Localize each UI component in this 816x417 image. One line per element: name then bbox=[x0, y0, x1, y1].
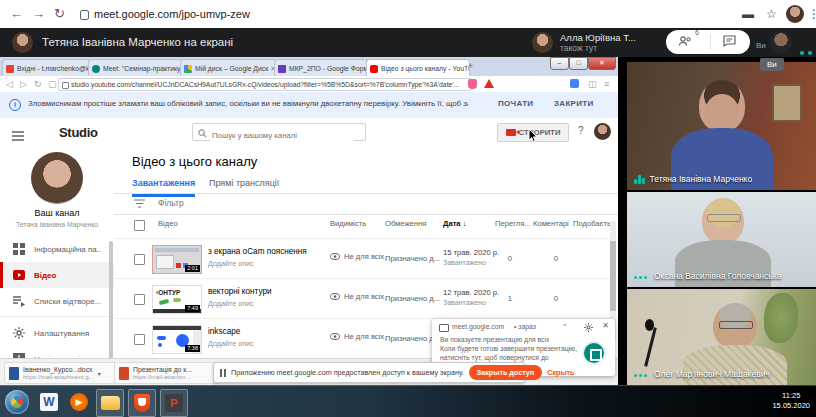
divider bbox=[710, 34, 711, 50]
sidebar-item-settings[interactable]: Налаштування bbox=[0, 320, 114, 346]
audio-indicator-icon bbox=[634, 175, 645, 184]
video-thumbnail[interactable]: 2:01 bbox=[152, 245, 202, 274]
hide-share-bar-button[interactable]: Скрыть bbox=[547, 368, 574, 377]
reload-icon[interactable]: ↻ bbox=[54, 0, 65, 28]
sidebar-item-playlists[interactable]: Списки відтворе... bbox=[0, 288, 114, 314]
adblock-extension-icon[interactable] bbox=[468, 79, 477, 89]
visibility-label: Не для всіх bbox=[344, 252, 384, 261]
minimize-button[interactable]: – bbox=[550, 57, 569, 70]
shared-url-field[interactable]: studio.youtube.com/channel/UCJnDCACsH9Au… bbox=[58, 78, 472, 91]
col-restrictions[interactable]: Обмеження bbox=[385, 219, 426, 228]
video-title[interactable]: векторні контури bbox=[208, 287, 316, 296]
chevron-down-icon[interactable]: ▾ bbox=[98, 370, 101, 377]
camera-indicator-icon[interactable]: ▬ bbox=[742, 0, 754, 28]
studio-brand[interactable]: Studio bbox=[59, 125, 98, 140]
help-icon[interactable]: ? bbox=[578, 125, 584, 136]
download-item[interactable]: Презентація до к... https://mail-attachm… bbox=[114, 362, 220, 384]
forward-icon[interactable]: ▷ bbox=[20, 76, 27, 92]
video-description[interactable]: Додайте опис bbox=[208, 339, 254, 348]
gear-icon[interactable] bbox=[584, 323, 593, 332]
tab-youtube-active[interactable]: Відео з цього каналу - YouTube✕ bbox=[366, 59, 470, 77]
row-checkbox[interactable] bbox=[134, 254, 145, 265]
table-row[interactable]: 2:01 з екрана оCam пояснення Додайте опи… bbox=[114, 238, 618, 279]
comments-cell: 0 bbox=[544, 254, 558, 263]
sidebar-item-videos[interactable]: Відео bbox=[0, 262, 114, 288]
participant-name: Оксана Василівна Головчанська bbox=[654, 271, 781, 281]
studio-search-box[interactable] bbox=[192, 123, 366, 141]
studio-avatar[interactable] bbox=[594, 123, 611, 140]
taskbar-brave-icon[interactable] bbox=[128, 389, 156, 417]
video-description[interactable]: Додайте опис bbox=[208, 299, 254, 308]
col-likes[interactable]: Подобається bbox=[573, 219, 613, 228]
popup-source: meet.google.com bbox=[452, 323, 504, 330]
start-button[interactable] bbox=[5, 390, 29, 414]
col-comments[interactable]: Коментарі bbox=[533, 219, 569, 228]
forward-icon[interactable]: → bbox=[32, 0, 45, 28]
taskbar-media-player-icon[interactable]: ▶ bbox=[66, 389, 92, 415]
video-title[interactable]: inkscape bbox=[208, 327, 316, 336]
warning-extension-icon[interactable] bbox=[484, 79, 494, 88]
popup-line: Ви показуєте презентацію для всіх bbox=[440, 336, 549, 345]
chat-icon[interactable] bbox=[723, 33, 736, 51]
people-count-badge: 6 bbox=[695, 29, 699, 36]
address-bar[interactable]: meet.google.com/jpo-umvp-zew bbox=[94, 0, 250, 28]
lock-icon bbox=[80, 10, 89, 20]
collapse-icon[interactable]: ⌃ bbox=[562, 323, 568, 331]
video-tile-participant3[interactable]: Олег Мар'янович Мащакевич bbox=[627, 289, 816, 385]
tab-uploads[interactable]: Завантаження bbox=[132, 178, 195, 197]
tab-forms[interactable]: МКР_2ПО - Google Форми✕ bbox=[274, 59, 370, 77]
start-button[interactable]: ПОЧАТИ bbox=[498, 92, 533, 116]
close-notice-button[interactable]: ЗАКРИТИ bbox=[554, 92, 594, 116]
row-checkbox[interactable] bbox=[134, 294, 145, 305]
search-input[interactable] bbox=[210, 130, 354, 141]
close-icon[interactable]: ✕ bbox=[602, 321, 609, 330]
maximize-button[interactable]: □ bbox=[569, 57, 588, 70]
people-icon[interactable]: 6 bbox=[678, 33, 692, 51]
reload-icon[interactable]: ↻ bbox=[34, 76, 42, 92]
bookmark-icon[interactable]: ▢ bbox=[48, 76, 57, 92]
download-name: Презентація до к... bbox=[133, 366, 192, 374]
video-thumbnail[interactable]: ‹ОНТУР 7:49 bbox=[152, 285, 202, 314]
camcorder-icon bbox=[506, 129, 516, 136]
col-visibility[interactable]: Видимість bbox=[330, 219, 366, 228]
table-row[interactable]: ‹ОНТУР 7:49 векторні контури Додайте опи… bbox=[114, 278, 618, 319]
plant bbox=[764, 293, 798, 343]
cast-icon[interactable]: ◫ bbox=[588, 76, 597, 92]
back-icon[interactable]: ◁ bbox=[6, 76, 13, 92]
tab-live[interactable]: Прямі трансляції bbox=[209, 178, 279, 188]
taskbar-clock[interactable]: 11:25 15.05.2020 bbox=[772, 391, 810, 411]
tab-drive[interactable]: Мій диск – Google Диск✕ bbox=[180, 59, 278, 77]
video-title[interactable]: з екрана оCam пояснення bbox=[208, 247, 316, 256]
col-video[interactable]: Відео bbox=[158, 219, 178, 228]
row-checkbox[interactable] bbox=[134, 334, 145, 345]
video-description[interactable]: Додайте опис bbox=[208, 259, 254, 268]
col-views[interactable]: Перегля... bbox=[495, 219, 531, 228]
taskbar-word-icon[interactable]: W bbox=[36, 389, 62, 415]
col-date-sorted[interactable]: Дата ↓ bbox=[443, 219, 466, 228]
video-tile-participant2[interactable]: Оксана Василівна Головчанська bbox=[627, 192, 816, 287]
hamburger-icon[interactable] bbox=[12, 127, 24, 145]
taskbar-powerpoint-icon[interactable]: P bbox=[160, 389, 188, 417]
presentation-icon bbox=[582, 341, 606, 365]
taskbar-explorer-icon[interactable] bbox=[96, 389, 124, 417]
back-icon[interactable]: ← bbox=[10, 0, 23, 28]
close-window-button[interactable]: ✕ bbox=[588, 57, 616, 70]
menu-icon[interactable]: ≡ bbox=[604, 76, 609, 92]
browser-menu-icon[interactable]: ⋮ bbox=[808, 0, 816, 28]
video-tile-presenter[interactable]: Тетяна Іванівна Марченко bbox=[627, 62, 816, 190]
select-all-checkbox[interactable] bbox=[134, 220, 145, 231]
translate-icon[interactable] bbox=[570, 79, 579, 88]
filter-label[interactable]: Фільтр bbox=[158, 198, 184, 208]
channel-avatar[interactable] bbox=[31, 152, 83, 204]
new-tab-icon[interactable]: + bbox=[468, 61, 473, 71]
tab-gmail[interactable]: Вхідні - t.marchenko@kubg.ed...✕ bbox=[2, 59, 94, 77]
sidebar-item-dashboard[interactable]: Інформаційна па.. bbox=[0, 236, 114, 262]
video-thumbnail[interactable]: 7:38 bbox=[152, 325, 202, 354]
browser-profile-avatar[interactable] bbox=[786, 5, 804, 23]
filter-icon[interactable] bbox=[134, 199, 145, 208]
download-item[interactable]: Іваненко_Курсо...docx https://mail-attac… bbox=[4, 362, 118, 384]
stop-sharing-button[interactable]: Закрыть доступ bbox=[469, 365, 542, 380]
self-avatar[interactable] bbox=[770, 31, 792, 53]
bookmark-star-icon[interactable]: ☆ bbox=[766, 0, 777, 28]
tab-meet[interactable]: Meet: "Семінар-практикум" ✕ bbox=[88, 59, 184, 77]
